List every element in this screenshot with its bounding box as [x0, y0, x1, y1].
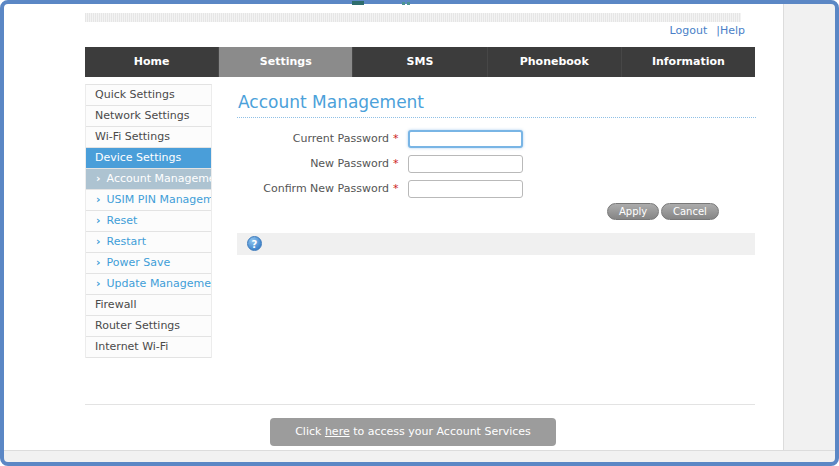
sidebar-item-restart[interactable]: ›Restart [86, 232, 211, 253]
sidebar-item-device-settings[interactable]: Device Settings [86, 148, 211, 169]
sidebar-item-label: Restart [107, 235, 147, 248]
sidebar-item-reset[interactable]: ›Reset [86, 211, 211, 232]
tab-sms[interactable]: SMS [353, 47, 487, 77]
main-nav: Home Settings SMS Phonebook Information [85, 47, 755, 77]
form-row: New Password * [237, 151, 617, 176]
sidebar-item-update-management[interactable]: ›Update Management [86, 274, 211, 295]
sidebar-item-label: Power Save [107, 256, 171, 269]
chevron-right-icon: › [96, 214, 101, 227]
chevron-right-icon: › [96, 193, 101, 206]
form-row: Current Password * [237, 126, 617, 151]
apply-button[interactable]: Apply [607, 203, 659, 220]
help-link[interactable]: Help [720, 24, 745, 37]
tab-settings[interactable]: Settings [219, 47, 353, 77]
sidebar-item-label: Update Management [107, 277, 211, 290]
top-banner-strip [85, 13, 741, 22]
confirm-new-password-input[interactable] [408, 180, 523, 198]
sidebar-item-label: USIM PIN Management [107, 193, 211, 206]
help-bar: ? [237, 233, 755, 255]
tab-home[interactable]: Home [85, 47, 219, 77]
session-links: Logout|Help [85, 24, 745, 37]
window-chrome-dot [407, 2, 410, 5]
sidebar-item-quick-settings[interactable]: Quick Settings [86, 85, 211, 106]
chevron-right-icon: › [96, 277, 101, 290]
sidebar-item-label: Account Management [107, 172, 211, 185]
tab-phonebook[interactable]: Phonebook [488, 47, 622, 77]
title-divider [237, 117, 756, 118]
current-password-input[interactable] [408, 130, 523, 148]
form-row: Confirm New Password * [237, 176, 617, 201]
account-services-link[interactable]: here [325, 425, 350, 438]
sidebar-item-network-settings[interactable]: Network Settings [86, 106, 211, 127]
field-label: Current Password [237, 132, 389, 145]
browser-gutter-bottom [4, 450, 835, 462]
help-icon[interactable]: ? [247, 236, 262, 251]
sidebar-item-internet-wifi[interactable]: Internet Wi-Fi [86, 337, 211, 358]
page-title: Account Management [238, 92, 424, 112]
browser-window: Logout|Help Home Settings SMS Phonebook … [0, 0, 839, 466]
required-asterisk: * [393, 182, 399, 195]
chevron-right-icon: › [96, 235, 101, 248]
sidebar-item-account-management[interactable]: ›Account Management [86, 169, 211, 190]
chevron-right-icon: › [96, 172, 101, 185]
required-asterisk: * [393, 132, 399, 145]
sidebar-item-router-settings[interactable]: Router Settings [86, 316, 211, 337]
sidebar-item-wifi-settings[interactable]: Wi-Fi Settings [86, 127, 211, 148]
window-chrome-artifact [352, 1, 364, 5]
account-services-banner: Click here to access your Account Servic… [270, 418, 556, 446]
sidebar-item-power-save[interactable]: ›Power Save [86, 253, 211, 274]
cancel-button[interactable]: Cancel [661, 203, 719, 220]
banner-text-suffix: to access your Account Services [350, 425, 531, 438]
sidebar-item-label: Reset [107, 214, 138, 227]
sidebar: Quick Settings Network Settings Wi-Fi Se… [85, 84, 212, 358]
chevron-right-icon: › [96, 256, 101, 269]
banner-text-prefix: Click [295, 425, 325, 438]
footer-divider [85, 404, 755, 405]
field-label: New Password [237, 157, 389, 170]
sidebar-item-firewall[interactable]: Firewall [86, 295, 211, 316]
required-asterisk: * [393, 157, 399, 170]
browser-gutter-right [783, 4, 835, 462]
sidebar-item-usim-pin-management[interactable]: ›USIM PIN Management [86, 190, 211, 211]
window-chrome-dot [402, 2, 405, 5]
tab-information[interactable]: Information [622, 47, 755, 77]
new-password-input[interactable] [408, 155, 523, 173]
password-form: Current Password * New Password * Confir… [237, 126, 617, 201]
field-label: Confirm New Password [237, 182, 389, 195]
logout-link[interactable]: Logout [670, 24, 708, 37]
